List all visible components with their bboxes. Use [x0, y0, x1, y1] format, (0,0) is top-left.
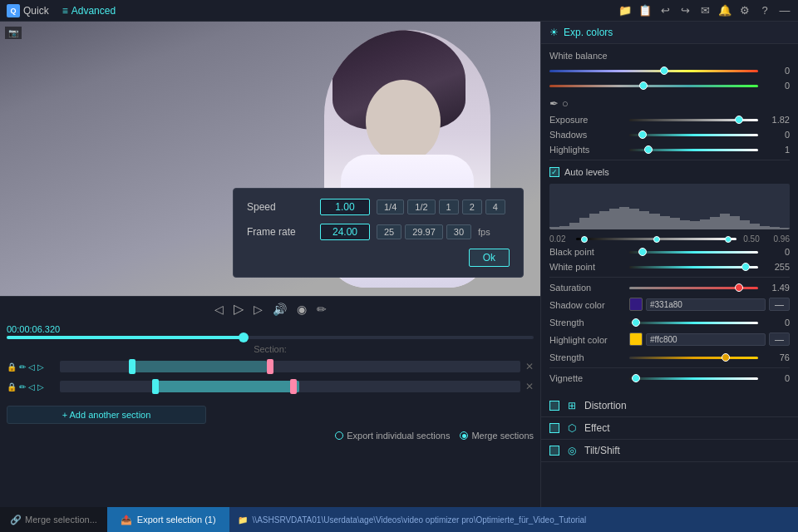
track-edit-icon[interactable]: ✏ [19, 362, 26, 372]
undo-icon[interactable]: ↩ [658, 4, 672, 17]
track-icons-1: 🔒 ✏ ◁ ▷ [7, 362, 57, 372]
folder-icon[interactable]: 📁 [618, 4, 632, 17]
highlights-label: Highlights [549, 145, 624, 155]
minimize-icon[interactable]: — [778, 4, 791, 17]
highlight-strength-slider[interactable] [629, 357, 758, 359]
shadow-color-dropdown[interactable]: #331a80 [646, 298, 766, 311]
auto-levels-label: Auto levels [564, 167, 609, 177]
top-bar: Q Quick ≡ Advanced 📁 📋 ↩ ↪ ✉ 🔔 ⚙ ? — [0, 0, 798, 22]
wb-slider1[interactable] [549, 70, 758, 72]
highlight-color-swatch[interactable] [629, 332, 643, 346]
effect-header[interactable]: ⬡ Effect [541, 417, 798, 439]
tilt-shift-checkbox[interactable] [549, 446, 559, 456]
track-close-2[interactable]: ✕ [525, 381, 534, 392]
bell-icon[interactable]: 🔔 [718, 4, 732, 17]
black-point-slider[interactable] [629, 251, 758, 254]
eyedropper-icon[interactable]: ✒ [549, 97, 559, 110]
track-handle-right-1[interactable] [267, 359, 273, 374]
exposure-slider[interactable] [629, 119, 758, 121]
framerate-input[interactable] [320, 224, 370, 240]
prev-frame-btn[interactable]: ◁ [214, 303, 224, 316]
shadow-color-swatch-row: #331a80 — [629, 298, 790, 311]
wb-slider2[interactable] [549, 85, 758, 87]
distortion-header[interactable]: ⊞ Distortion [541, 395, 798, 416]
white-balance-label: White balance [549, 51, 624, 61]
track2-edit-icon[interactable]: ✏ [19, 382, 26, 392]
shadow-color-swatch[interactable] [629, 298, 643, 311]
speed-2-btn[interactable]: 2 [462, 200, 482, 214]
fps-2997-btn[interactable]: 29.97 [405, 224, 443, 239]
bottom-left: 🔗 Merge selection... [0, 515, 107, 525]
highlight-strength-row: Strength 76 [549, 352, 790, 362]
tilt-shift-header[interactable]: ◎ Tilt/Shift [541, 440, 798, 461]
white-point-slider[interactable] [629, 266, 758, 268]
track2-right-icon[interactable]: ▷ [37, 382, 44, 392]
track-body-2[interactable] [60, 381, 520, 392]
track-left-icon[interactable]: ◁ [28, 362, 35, 372]
trim-btn[interactable]: ✏ [317, 303, 327, 316]
track2-lock-icon[interactable]: 🔒 [7, 382, 17, 392]
speed-1-4-btn[interactable]: 1/4 [377, 200, 404, 214]
volume-btn[interactable]: 🔊 [273, 303, 287, 316]
track-right-icon[interactable]: ▷ [37, 362, 44, 372]
merge-selection-btn[interactable]: Merge selection... [25, 515, 97, 525]
auto-levels-row: Auto levels [549, 165, 790, 179]
ok-button[interactable]: Ok [469, 249, 510, 267]
section-label: Section: [7, 344, 534, 354]
exp-colors-header[interactable]: ☀ Exp. colors [541, 22, 798, 44]
bottom-center[interactable]: 📤 Export selection (1) [107, 507, 229, 532]
export-individual-radio[interactable] [335, 431, 343, 440]
preview-btn[interactable]: ◉ [297, 303, 307, 316]
play-btn[interactable]: ▷ [234, 301, 244, 317]
auto-levels-checkbox[interactable] [549, 167, 559, 177]
help-icon[interactable]: ? [758, 4, 771, 17]
speed-presets: 1/4 1/2 1 2 4 [377, 200, 505, 214]
speed-4-btn[interactable]: 4 [485, 200, 505, 214]
exposure-row: Exposure 1.82 [549, 115, 790, 125]
advanced-nav[interactable]: ≡ Advanced [62, 5, 116, 17]
redo-icon[interactable]: ↪ [678, 4, 692, 17]
speed-1-2-btn[interactable]: 1/2 [407, 200, 435, 214]
shadow-color-dash-btn[interactable]: — [769, 298, 790, 311]
shadows-slider[interactable] [629, 134, 758, 136]
speed-1-btn[interactable]: 1 [439, 200, 459, 214]
quick-nav[interactable]: Quick [23, 5, 49, 17]
settings-icon[interactable]: ⚙ [738, 4, 751, 17]
effect-checkbox[interactable] [549, 423, 559, 433]
vignette-slider[interactable] [629, 377, 758, 380]
app-logo[interactable]: Q Quick [7, 4, 49, 17]
highlight-color-dropdown[interactable]: #ffc800 [646, 333, 766, 346]
video-label: 📷 [5, 27, 22, 39]
track-handle-left-2[interactable] [152, 379, 159, 394]
shadow-strength-slider[interactable] [629, 322, 758, 324]
saturation-slider[interactable] [629, 287, 758, 289]
track-body-1[interactable] [60, 361, 520, 372]
hist-range-track[interactable] [576, 238, 736, 240]
fps-30-btn[interactable]: 30 [446, 224, 471, 239]
highlights-slider[interactable] [629, 149, 758, 151]
fps-25-btn[interactable]: 25 [377, 224, 401, 239]
track-handle-right-2[interactable] [290, 379, 297, 394]
track-handle-left-1[interactable] [129, 359, 135, 374]
distortion-label: Distortion [584, 400, 627, 411]
copy-icon[interactable]: 📋 [638, 4, 652, 17]
export-selection-btn[interactable]: Export selection (1) [137, 515, 216, 525]
hist-left-thumb [581, 236, 588, 243]
shadow-color-row: Shadow color #331a80 — [549, 298, 790, 313]
track2-left-icon[interactable]: ◁ [28, 382, 35, 392]
mail-icon[interactable]: ✉ [698, 4, 712, 17]
next-frame-btn[interactable]: ▷ [254, 303, 263, 316]
distortion-checkbox[interactable] [549, 401, 559, 411]
speed-input[interactable] [320, 199, 370, 215]
merge-sections-option[interactable]: Merge sections [460, 431, 534, 441]
highlight-color-dash-btn[interactable]: — [769, 332, 790, 346]
export-individual-option[interactable]: Export individual sections [335, 431, 450, 441]
white-point-label: White point [549, 262, 624, 272]
reset-icon[interactable]: ○ [562, 97, 569, 110]
timeline-bar[interactable] [7, 336, 534, 339]
track-lock-icon[interactable]: 🔒 [7, 362, 17, 372]
timeline-progress [7, 336, 244, 339]
merge-sections-radio[interactable] [460, 431, 468, 440]
track-close-1[interactable]: ✕ [525, 361, 534, 372]
add-section-btn[interactable]: + Add another section [7, 406, 206, 424]
